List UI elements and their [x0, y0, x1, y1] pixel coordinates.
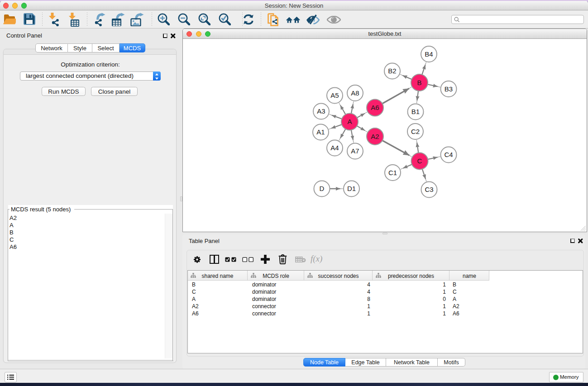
svg-text:C1: C1	[388, 169, 397, 176]
svg-text:A4: A4	[330, 144, 339, 152]
svg-text:B2: B2	[388, 67, 396, 75]
svg-text:B3: B3	[445, 85, 453, 93]
svg-text:C: C	[417, 157, 422, 165]
svg-text:A6: A6	[371, 104, 379, 111]
svg-text:C4: C4	[444, 151, 453, 158]
svg-text:A7: A7	[351, 147, 359, 155]
svg-text:A1: A1	[316, 128, 325, 136]
svg-text:A3: A3	[317, 107, 325, 115]
svg-text:A: A	[347, 118, 352, 125]
svg-text:D1: D1	[347, 185, 356, 192]
svg-text:C3: C3	[425, 186, 433, 193]
svg-text:B4: B4	[425, 50, 433, 58]
svg-text:B: B	[417, 79, 421, 86]
svg-text:A8: A8	[351, 89, 359, 97]
svg-text:A2: A2	[371, 133, 379, 140]
svg-text:C2: C2	[411, 128, 420, 135]
svg-text:A5: A5	[330, 91, 339, 99]
svg-text:B1: B1	[411, 108, 420, 115]
svg-text:D: D	[320, 185, 325, 192]
